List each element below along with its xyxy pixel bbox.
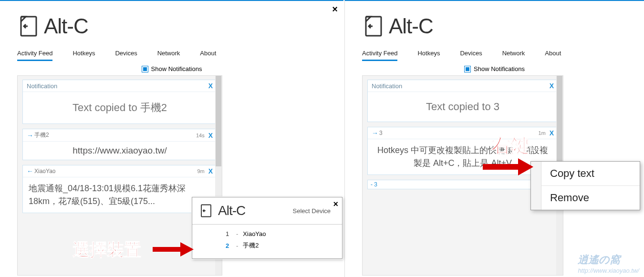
show-notifications-row[interactable]: Show Notifications (0, 62, 343, 75)
arrow-out-icon: → (27, 132, 33, 139)
feed-item-body: Hotkeys 中可更改複製貼上的快捷鍵，預設複製是 Alt+C，貼上是 Alt… (368, 139, 558, 174)
close-icon[interactable]: × (332, 4, 338, 15)
feed-item[interactable]: ←XiaoYao 9mX 地震通報_04/18-13:01規模6.1花蓮秀林深1… (22, 165, 217, 213)
alt-c-logo-icon (199, 204, 213, 218)
app-title: Alt-C (44, 14, 88, 38)
device-option-name: XiaoYao (243, 230, 266, 237)
show-notifications-label: Show Notifications (474, 65, 525, 72)
app-title: Alt-C (389, 14, 433, 38)
context-menu-remove[interactable]: Remove (541, 186, 640, 210)
alt-c-logo-icon (17, 15, 40, 38)
popup-title: Select Device (293, 207, 331, 215)
feed-item[interactable]: →3 1mX Hotkeys 中可更改複製貼上的快捷鍵，預設複製是 Alt+C，… (367, 127, 558, 175)
close-icon[interactable]: X (208, 167, 213, 175)
device-option[interactable]: 2 - 手機2 (197, 239, 337, 252)
device-name: XiaoYao (34, 168, 55, 174)
notification-body: Text copied to 3 (368, 92, 558, 122)
feed-item[interactable]: - 3 (367, 180, 558, 189)
feed-item[interactable]: →手機2 14sX https://www.xiaoyao.tw/ (22, 129, 217, 160)
device-name: 3 (379, 130, 383, 136)
app-logo: Alt-C (0, 1, 343, 43)
notification-body: Text copied to 手機2 (23, 92, 217, 123)
tab-bar: Activity Feed Hotkeys Devices Network Ab… (345, 47, 644, 62)
tab-hotkeys[interactable]: Hotkeys (73, 47, 95, 61)
close-icon[interactable]: X (550, 129, 554, 137)
device-option[interactable]: 1 - XiaoYao (197, 228, 337, 239)
app-title: Alt-C (218, 203, 245, 218)
notification-card: Notification X Text copied to 手機2 (22, 80, 217, 124)
timestamp: 1m (538, 130, 545, 136)
tab-activity-feed[interactable]: Activity Feed (362, 47, 397, 61)
feed-item-body: https://www.xiaoyao.tw/ (23, 142, 217, 160)
alt-c-logo-icon (362, 15, 385, 38)
tab-about[interactable]: About (200, 47, 216, 61)
context-menu-copy-text[interactable]: Copy text (541, 162, 640, 186)
timestamp: 9m (197, 168, 204, 174)
app-logo: Alt-C (345, 1, 644, 43)
notification-title: Notification (27, 82, 57, 90)
close-icon[interactable]: X (208, 132, 213, 139)
tab-network[interactable]: Network (502, 47, 525, 61)
arrow-out-icon: → (372, 129, 378, 137)
feed-item-body: 地震通報_04/18-13:01規模6.1花蓮秀林深18km，花7級(515)、… (23, 177, 217, 213)
device-list: 1 - XiaoYao 2 - 手機2 (192, 225, 342, 258)
tab-bar: Activity Feed Hotkeys Devices Network Ab… (0, 47, 343, 62)
context-menu: Copy text Remove (530, 161, 640, 210)
tab-hotkeys[interactable]: Hotkeys (417, 47, 440, 61)
close-icon[interactable]: X (208, 82, 213, 90)
select-device-popup: × Alt-C Select Device 1 - XiaoYao 2 - 手機… (192, 197, 343, 259)
timestamp: 14s (196, 133, 205, 138)
alt-c-window-right: Alt-C Activity Feed Hotkeys Devices Netw… (344, 0, 644, 277)
watermark: 逍遙の窩 http://www.xiaoyao.tw/ (578, 253, 639, 274)
close-icon[interactable]: X (550, 82, 554, 90)
checkbox-icon[interactable] (142, 66, 148, 72)
tab-about[interactable]: About (545, 47, 561, 61)
tab-activity-feed[interactable]: Activity Feed (17, 47, 52, 61)
notification-title: Notification (372, 82, 402, 90)
close-icon[interactable]: × (333, 199, 338, 209)
show-notifications-label: Show Notifications (151, 65, 202, 72)
tab-devices[interactable]: Devices (115, 47, 137, 61)
device-option-name: 手機2 (243, 241, 259, 250)
arrow-in-icon: ← (27, 167, 33, 175)
tab-network[interactable]: Network (157, 47, 180, 61)
device-name: - 3 (368, 180, 558, 189)
tab-devices[interactable]: Devices (460, 47, 482, 61)
device-name: 手機2 (34, 131, 49, 139)
notification-card: Notification X Text copied to 3 (367, 80, 558, 122)
checkbox-icon[interactable] (464, 66, 471, 72)
show-notifications-row[interactable]: Show Notifications (345, 62, 644, 75)
